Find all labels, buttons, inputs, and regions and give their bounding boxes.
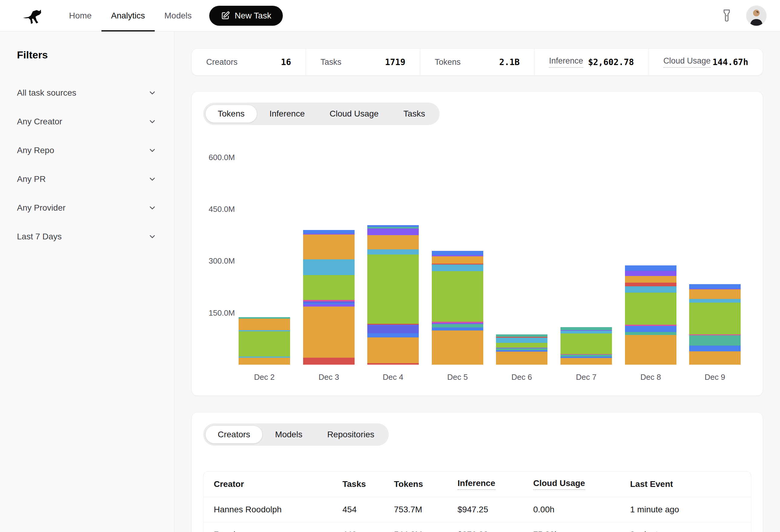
bar-segment-orange — [432, 330, 483, 365]
bar-segment-purple — [625, 271, 676, 276]
bar-segment-orange — [560, 358, 612, 365]
filter-dropdown-any-creator[interactable]: Any Creator — [17, 107, 156, 136]
app-body: Filters All task sourcesAny CreatorAny R… — [0, 32, 780, 532]
tab-cloud-usage[interactable]: Cloud Usage — [317, 105, 391, 122]
y-axis-tick: 300.0M — [209, 256, 251, 265]
new-task-button[interactable]: New Task — [209, 6, 283, 26]
filter-label: Any Repo — [17, 146, 54, 155]
bar-segment-orange — [625, 276, 676, 283]
bar-dec-6[interactable] — [496, 334, 547, 365]
stat-inference: Inference$2,602.78 — [534, 49, 648, 75]
main-content: Creators16Tasks1719Tokens2.1BInference$2… — [175, 32, 780, 532]
tab-models[interactable]: Models — [263, 426, 314, 443]
table-header-row: CreatorTasksTokensInferenceCloud UsageLa… — [203, 472, 751, 497]
kangaroo-logo[interactable] — [17, 5, 46, 26]
stacked-bar-chart: 600.0M450.0M300.0M150.0MDec 2Dec 3Dec 4D… — [203, 137, 751, 382]
nav-link-analytics[interactable]: Analytics — [101, 0, 155, 32]
stat-value: 144.67h — [713, 57, 748, 67]
creators-table: CreatorTasksTokensInferenceCloud UsageLa… — [203, 471, 751, 532]
bar-segment-teal — [689, 335, 741, 345]
column-header-label: Tasks — [342, 479, 366, 489]
bar-segment-teal — [432, 324, 483, 327]
filter-dropdown-any-provider[interactable]: Any Provider — [17, 193, 156, 222]
chevron-down-icon — [148, 117, 156, 126]
x-axis-label: Dec 7 — [560, 372, 612, 382]
bar-segment-cyan — [689, 299, 741, 302]
bar-segment-cyan — [367, 249, 419, 255]
table-cell: 440 — [342, 530, 394, 532]
stat-creators: Creators16 — [192, 49, 306, 75]
bar-segment-blue — [432, 327, 483, 330]
chart-tabs: TokensInferenceCloud UsageTasks — [203, 103, 440, 125]
stat-value: 1719 — [385, 57, 405, 67]
stat-label[interactable]: Inference — [549, 56, 583, 68]
table-cell: 454 — [342, 505, 394, 515]
table-cell: 75.23h — [533, 530, 630, 532]
nav-link-home[interactable]: Home — [59, 0, 101, 32]
column-header-label: Creator — [214, 479, 244, 489]
tab-inference[interactable]: Inference — [257, 105, 317, 122]
bar-segment-red — [625, 283, 676, 286]
table-cell: 1 minute ago — [630, 505, 741, 515]
breakdown-card: CreatorsModelsRepositories CreatorTasksT… — [191, 412, 763, 532]
stat-value: 2.1B — [499, 57, 520, 67]
table-row-hannes-roodolph[interactable]: Hannes Roodolph454753.7M$947.250.00h1 mi… — [203, 497, 751, 522]
tab-tasks[interactable]: Tasks — [391, 105, 437, 122]
table-cell: 3 minutes ago — [630, 530, 741, 532]
column-header-last-event: Last Event — [630, 479, 741, 489]
bar-segment-orange — [239, 358, 290, 365]
stat-tokens: Tokens2.1B — [420, 49, 534, 75]
table-cell: Hannes Roodolph — [214, 505, 342, 515]
bar-segment-cyan — [560, 331, 612, 333]
avatar[interactable] — [746, 5, 767, 26]
stats-bar: Creators16Tasks1719Tokens2.1BInference$2… — [191, 48, 763, 76]
bar-segment-teal — [560, 327, 612, 330]
y-axis-tick: 600.0M — [209, 153, 251, 162]
filters-title: Filters — [17, 49, 156, 61]
bar-segment-blue — [689, 345, 741, 351]
chevron-down-icon — [148, 175, 156, 183]
bar-segment-cyan — [303, 259, 354, 275]
bar-segment-orange — [625, 335, 676, 365]
bar-dec-9[interactable] — [689, 284, 741, 365]
bar-segment-green — [432, 271, 483, 322]
tab-creators[interactable]: Creators — [206, 426, 262, 443]
tab-tokens[interactable]: Tokens — [206, 105, 257, 122]
column-header-label: Tokens — [394, 479, 423, 489]
filter-dropdown-last-7-days[interactable]: Last 7 Days — [17, 222, 156, 251]
bar-dec-4[interactable] — [367, 225, 419, 365]
breakdown-tabs: CreatorsModelsRepositories — [203, 423, 389, 446]
nav-link-models[interactable]: Models — [155, 0, 201, 32]
chevron-down-icon — [148, 232, 156, 241]
bar-segment-green — [560, 333, 612, 354]
table-cell: $376.28 — [457, 530, 533, 532]
column-header-label[interactable]: Inference — [457, 478, 495, 490]
bar-dec-2[interactable] — [239, 317, 290, 365]
stat-label[interactable]: Cloud Usage — [664, 56, 711, 68]
x-axis-label: Dec 3 — [303, 372, 354, 382]
x-axis-label: Dec 4 — [367, 372, 419, 382]
bar-segment-green — [239, 331, 290, 357]
table-row-rooviewer[interactable]: Rooviewer440544.3M$376.2875.23h3 minutes… — [203, 522, 751, 532]
bar-segment-blue — [625, 265, 676, 271]
bar-segment-blue — [625, 326, 676, 332]
bar-dec-5[interactable] — [432, 251, 483, 365]
bar-dec-8[interactable] — [625, 265, 676, 365]
column-header-creator: Creator — [214, 479, 342, 489]
bar-dec-7[interactable] — [560, 327, 612, 365]
column-header-label[interactable]: Cloud Usage — [533, 478, 585, 490]
main-nav: HomeAnalyticsModels — [59, 0, 201, 32]
column-header-tokens: Tokens — [394, 479, 457, 489]
filter-dropdown-all-task-sources[interactable]: All task sources — [17, 78, 156, 107]
filter-label: Last 7 Days — [17, 232, 62, 242]
filter-dropdown-any-pr[interactable]: Any PR — [17, 165, 156, 193]
tab-repositories[interactable]: Repositories — [315, 426, 387, 443]
stat-value: $2,602.78 — [588, 57, 634, 67]
flashlight-icon[interactable] — [721, 9, 732, 22]
bar-dec-3[interactable] — [303, 230, 354, 365]
bar-segment-orange — [239, 319, 290, 330]
bar-segment-teal — [496, 334, 547, 337]
chevron-down-icon — [148, 146, 156, 155]
bar-segment-orange — [689, 351, 741, 365]
filter-dropdown-any-repo[interactable]: Any Repo — [17, 136, 156, 165]
